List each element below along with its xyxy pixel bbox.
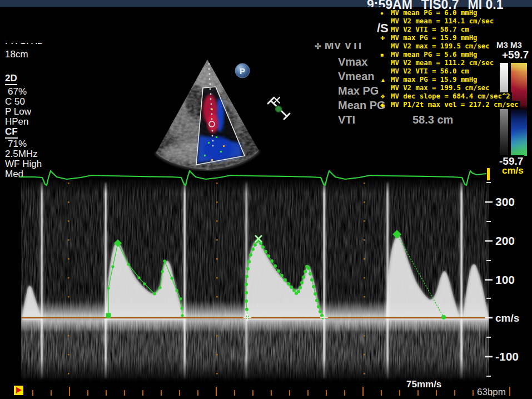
svg-text:100: 100 [495, 273, 515, 286]
philips-p-logo: P [235, 63, 250, 78]
menu-item-vmean[interactable]: Vmean [338, 70, 375, 83]
colorbar-units-label: cm/s [502, 165, 524, 176]
ultrasound-screen: 9:59AMTIS0.7MI 0.1 /S FR 17Hz 18cm 2D 67… [0, 0, 532, 399]
measurement-result-line: ●MV mean PG = 6.0 mmHg [380, 9, 520, 17]
measurement-result-line: MV V2 max = 199.5 cm/sec [380, 42, 520, 51]
result-text: MV V2 VTI = 56.0 cm [389, 67, 471, 76]
gain-2d-label: 67% [5, 86, 27, 97]
result-text: MV max PG = 15.9 mmHg [389, 76, 479, 84]
flag-icon [14, 386, 24, 396]
patient-info-redaction-box [6, 7, 385, 43]
result-marker-icon: ◆ [380, 101, 389, 109]
menu-marker-icon: ✣ [315, 42, 321, 51]
result-text: MV P1/2t max vel = 217.2 cm/sec [389, 101, 520, 109]
spectral-doppler-strip: 300200100cm/s-100 [0, 166, 532, 399]
result-text: MV V2 mean = 114.1 cm/sec [389, 17, 495, 26]
menu-item-vmax[interactable]: Vmax [338, 56, 367, 68]
measurement-result-line: ◆MV P1/2t max vel = 217.2 cm/sec [380, 101, 520, 109]
measurement-result-line: MV V2 VTI = 58.7 cm [380, 26, 520, 34]
result-marker-icon: ❖ [380, 92, 389, 101]
compression-label: C 50 [5, 96, 25, 107]
menu-item-mean-pg[interactable]: Mean PG [338, 99, 386, 112]
measurement-result-line: ✚MV max PG = 15.9 mmHg [380, 34, 520, 42]
depth-label: 18cm [5, 49, 28, 60]
measurement-result-line: ▲MV max PG = 15.9 mmHg [380, 76, 520, 84]
persistence-label: P Low [5, 106, 31, 117]
menu-item-vti[interactable]: VTI [338, 114, 355, 126]
result-text: MV max PG = 15.9 mmHg [389, 34, 479, 42]
sweep-speed-label: 75mm/s [406, 379, 441, 390]
resolution-label: HPen [5, 116, 29, 127]
result-text: MV mean PG = 5.6 mmHg [389, 51, 479, 59]
svg-text:-100: -100 [495, 350, 519, 363]
measurement-result-line: MV V2 VTI = 56.0 cm [380, 67, 520, 76]
result-text: MV V2 max = 199.5 cm/sec [389, 42, 491, 51]
caliper-icon[interactable] [268, 97, 290, 119]
menu-item-max-pg[interactable]: Max PG [338, 85, 379, 97]
result-marker-icon: ▲ [380, 76, 389, 84]
result-text: MV dec slope = 684.4 cm/sec^2 [389, 92, 512, 101]
gain-cf-label: 71% [5, 139, 27, 150]
svg-text:200: 200 [495, 234, 515, 247]
measurement-result-line: MV V2 max = 199.5 cm/sec [380, 84, 520, 92]
measurement-results-box: ●MV mean PG = 6.0 mmHgMV V2 mean = 114.1… [380, 9, 520, 109]
result-marker-icon: ● [380, 9, 389, 17]
measurement-result-line: ❖MV dec slope = 684.4 cm/sec^2 [380, 92, 520, 101]
measurement-result-line: MV V2 mean = 111.2 cm/sec [380, 59, 520, 67]
measurement-result-line: ■MV mean PG = 5.6 mmHg [380, 51, 520, 59]
result-text: MV V2 max = 199.5 cm/sec [389, 84, 491, 92]
measurement-result-line: MV V2 mean = 114.1 cm/sec [380, 17, 520, 26]
vti-value: 58.3 cm [412, 114, 453, 126]
2d-echo-image: P [133, 47, 317, 171]
mode-cf-label: CF [5, 126, 18, 139]
frequency-label: 2.5MHz [5, 149, 38, 160]
result-text: MV mean PG = 6.0 mmHg [389, 9, 479, 17]
result-text: MV V2 mean = 111.2 cm/sec [389, 59, 495, 67]
result-marker-icon: ✚ [380, 34, 389, 42]
result-text: MV V2 VTI = 58.7 cm [389, 26, 471, 34]
heart-rate-label: 63bpm [477, 387, 506, 398]
svg-text:P: P [240, 66, 245, 76]
svg-text:cm/s: cm/s [495, 312, 519, 324]
svg-text:300: 300 [495, 195, 515, 208]
result-marker-icon: ■ [380, 51, 389, 59]
velocity-scale: 300200100cm/s-100 [485, 183, 519, 376]
mode-2d-label: 2D [5, 73, 17, 85]
